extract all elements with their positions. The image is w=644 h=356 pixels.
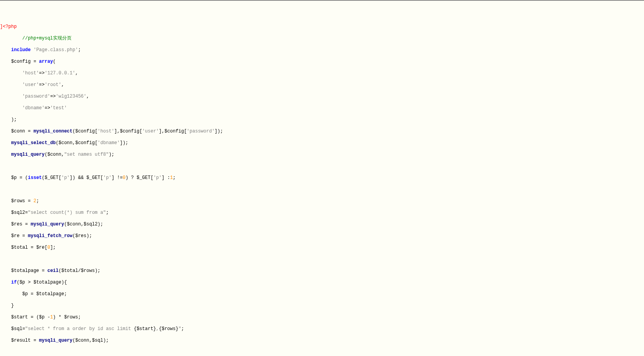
string: 'dbname': [22, 105, 45, 111]
var: $res: [11, 222, 22, 227]
var: $sql2: [11, 210, 25, 215]
string: 'password': [22, 94, 50, 99]
string: 'root': [45, 82, 61, 88]
string: 'wlg123456': [56, 94, 86, 99]
var: $start: [11, 315, 28, 320]
var: $rows: [11, 198, 25, 204]
code-editor: ]<?php //php+mysql实现分页 include 'Page.cla…: [0, 18, 644, 356]
string: 'test': [50, 105, 67, 111]
string: 'Page.class.php': [33, 47, 78, 53]
function: mysqli_select_db: [11, 140, 56, 146]
function: mysqli_query: [11, 152, 45, 157]
var: $total: [11, 245, 28, 250]
var: $totalpage: [11, 268, 39, 273]
var: $p: [11, 175, 17, 181]
keyword-if: if: [11, 280, 17, 285]
string: 'host': [22, 71, 39, 76]
var: $re: [11, 233, 20, 239]
string: '127.0.0.1': [45, 71, 75, 76]
keyword-array: array: [39, 59, 53, 64]
var: $config: [11, 59, 31, 64]
var: $result: [11, 338, 31, 343]
var: $conn: [11, 129, 25, 134]
keyword-include: include: [11, 47, 31, 53]
function: mysqli_connect: [33, 129, 72, 134]
string: 'user': [22, 82, 39, 88]
comment: //php+mysql实现分页: [22, 36, 72, 41]
var: $sql: [11, 326, 22, 332]
php-open-tag: <?php: [3, 24, 17, 29]
